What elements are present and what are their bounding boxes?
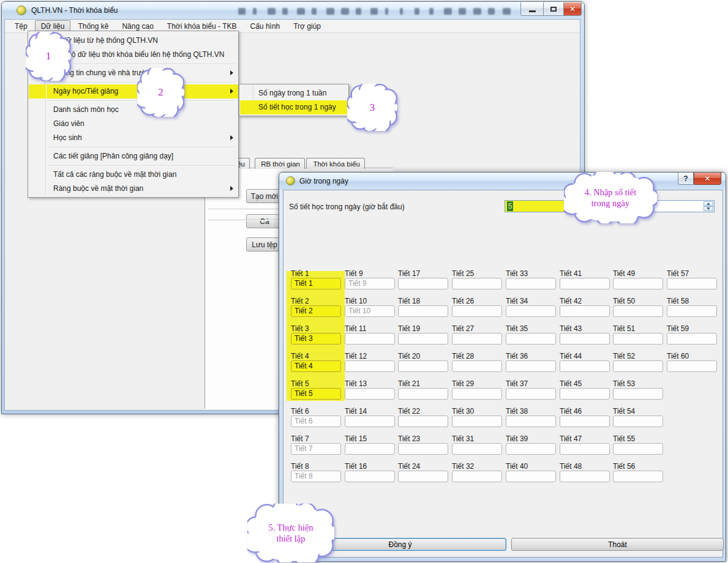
grid-input-42[interactable] (560, 305, 610, 317)
callout-text: 4. Nhập số tiếttrong ngày (564, 172, 657, 223)
spinner-up-button[interactable] (704, 201, 713, 206)
grid-input-9[interactable]: Tiết 9 (345, 278, 395, 289)
grid-input-47[interactable] (560, 443, 610, 455)
grid-input-34[interactable] (506, 305, 556, 317)
grid-input-37[interactable] (506, 388, 556, 400)
grid-input-60[interactable] (667, 360, 717, 372)
grid-input-46[interactable] (560, 416, 610, 427)
dialog-close-button[interactable]: ✕ (694, 173, 721, 185)
grid-input-53[interactable] (613, 388, 663, 400)
minimize-button[interactable] (520, 2, 544, 16)
grid-input-51[interactable] (613, 333, 663, 345)
grid-input-23[interactable] (398, 443, 448, 455)
grid-input-14[interactable] (345, 416, 395, 427)
maximize-button[interactable] (544, 2, 564, 16)
menubar-item-c-u-h-nh[interactable]: Cấu hình (244, 20, 287, 32)
grid-input-20[interactable] (398, 360, 448, 372)
grid-input-10[interactable]: Tiết 10 (345, 305, 395, 317)
grid-input-4[interactable]: Tiết 4 (291, 360, 341, 372)
grid-input-13[interactable] (345, 388, 395, 400)
separator-line (208, 209, 282, 209)
grid-input-48[interactable] (560, 471, 610, 482)
grid-input-30[interactable] (452, 416, 502, 427)
main-titlebar[interactable]: QLTH.VN - Thời khóa biểu ✕ (2, 2, 584, 19)
grid-input-24[interactable] (398, 471, 448, 482)
grid-input-12[interactable] (345, 360, 395, 372)
grid-input-58[interactable] (667, 305, 717, 317)
submenu-item[interactable]: Số ngày trong 1 tuần (240, 86, 348, 100)
menu-item[interactable]: Giáo viên (29, 117, 238, 131)
grid-input-7[interactable]: Tiết 7 (291, 443, 341, 455)
grid-input-21[interactable] (398, 388, 448, 400)
grid-input-22[interactable] (398, 416, 448, 427)
grid-input-28[interactable] (452, 360, 502, 372)
arrow-down-icon (707, 207, 710, 210)
menu-item[interactable]: Ngày học/Tiết giảng (29, 84, 238, 99)
ghost-icon (444, 8, 452, 15)
background-button[interactable]: Cá (246, 214, 283, 228)
grid-input-27[interactable] (452, 333, 502, 345)
grid-input-45[interactable] (560, 388, 610, 400)
grid-input-29[interactable] (452, 388, 502, 400)
grid-cell-label-46: Tiết 46 (560, 407, 582, 416)
grid-input-40[interactable] (506, 471, 556, 482)
submenu-item[interactable]: Số tiết học trong 1 ngày (240, 100, 348, 114)
menu-item[interactable]: Tất cả các ràng buộc về mặt thời gian (29, 168, 238, 182)
spinner-down-button[interactable] (704, 206, 713, 211)
grid-input-19[interactable] (398, 333, 448, 345)
menu-item[interactable]: Ràng buộc về mặt thời gian (29, 182, 238, 196)
background-tab[interactable]: Thời khóa biểu (306, 158, 365, 169)
grid-input-38[interactable] (506, 416, 556, 427)
grid-input-43[interactable] (560, 333, 610, 345)
grid-input-39[interactable] (506, 443, 556, 455)
exit-button[interactable]: Thoát (511, 538, 724, 551)
dialog-titlebar[interactable]: Giờ trong ngày ? ✕ (279, 173, 726, 190)
grid-cell-label-30: Tiết 30 (452, 407, 474, 416)
grid-input-18[interactable] (398, 305, 448, 317)
grid-input-8[interactable]: Tiết 8 (291, 471, 341, 482)
grid-input-59[interactable] (667, 333, 717, 345)
ghost-icon (356, 8, 361, 15)
grid-input-36[interactable] (506, 360, 556, 372)
grid-input-49[interactable] (613, 278, 663, 289)
grid-input-52[interactable] (613, 360, 663, 372)
grid-input-5[interactable]: Tiết 5 (291, 388, 341, 400)
grid-input-56[interactable] (613, 471, 663, 482)
grid-input-2[interactable]: Tiết 2 (291, 305, 341, 317)
grid-input-17[interactable] (398, 278, 448, 289)
grid-input-35[interactable] (506, 333, 556, 345)
submenu-arrow-icon (230, 70, 233, 75)
grid-cell-label-3: Tiết 3 (291, 324, 309, 333)
grid-input-1[interactable]: Tiết 1 (291, 278, 341, 289)
grid-input-11[interactable] (345, 333, 395, 345)
grid-input-16[interactable] (345, 471, 395, 482)
menubar-item-tr-gi-p[interactable]: Trợ giúp (287, 20, 327, 32)
grid-input-32[interactable] (452, 471, 502, 482)
dialog-help-button[interactable]: ? (678, 173, 694, 185)
grid-cell-label-43: Tiết 43 (560, 324, 582, 333)
ghost-icon (297, 8, 305, 15)
grid-input-26[interactable] (452, 305, 502, 317)
grid-input-55[interactable] (613, 443, 663, 455)
grid-input-41[interactable] (560, 278, 610, 289)
grid-input-31[interactable] (452, 443, 502, 455)
background-button[interactable]: Lưu tệp (246, 237, 283, 252)
menu-item[interactable]: Danh sách môn học (29, 103, 238, 117)
grid-input-57[interactable] (667, 278, 717, 289)
background-tab[interactable]: RB thời gian (255, 158, 305, 169)
menu-item[interactable]: Các tiết giảng [Phân công giảng dạy] (29, 149, 238, 163)
menu-item[interactable]: Học sinh (29, 131, 238, 145)
close-button[interactable]: ✕ (564, 2, 582, 16)
callout-cloud-3: 3 (347, 84, 397, 131)
grid-input-54[interactable] (613, 416, 663, 427)
grid-input-6[interactable]: Tiết 6 (291, 416, 341, 427)
grid-input-44[interactable] (560, 360, 610, 372)
grid-input-3[interactable]: Tiết 3 (291, 333, 341, 345)
ghost-icon (282, 8, 288, 15)
grid-input-25[interactable] (452, 278, 502, 289)
grid-input-33[interactable] (506, 278, 556, 289)
background-button[interactable]: Tạo mới (246, 189, 283, 203)
grid-input-15[interactable] (345, 443, 395, 455)
callout-line: 1 (46, 50, 51, 62)
grid-input-50[interactable] (613, 305, 663, 317)
